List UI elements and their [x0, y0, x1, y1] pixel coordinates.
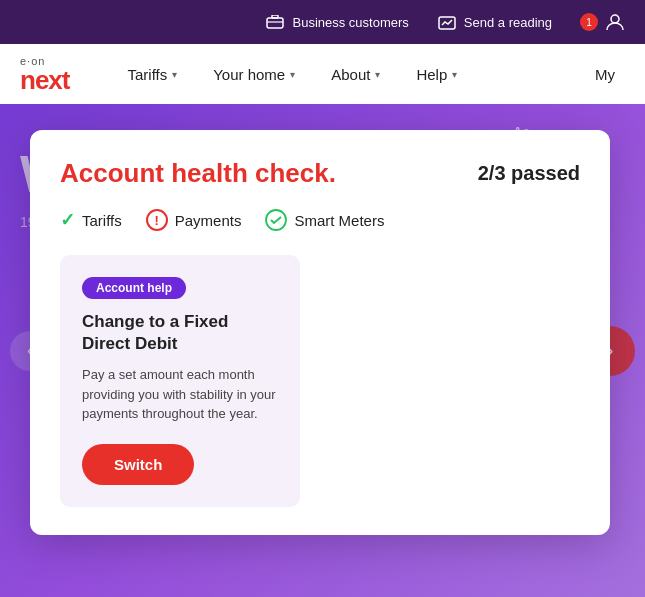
check-item-payments: ! Payments	[146, 209, 242, 231]
check-label-tariffs: Tariffs	[82, 212, 122, 229]
switch-button[interactable]: Switch	[82, 444, 194, 485]
card-description: Pay a set amount each month providing yo…	[82, 365, 278, 424]
business-customers-link[interactable]: Business customers	[265, 12, 408, 32]
nav-items: Tariffs ▾ Your home ▾ About ▾ Help ▾	[109, 44, 585, 104]
nav-item-about[interactable]: About ▾	[313, 44, 398, 104]
notification-item[interactable]: 1	[580, 12, 625, 32]
notification-badge: 1	[580, 13, 598, 31]
logo-next: next	[20, 67, 69, 93]
chevron-down-icon: ▾	[290, 69, 295, 80]
chevron-down-icon: ▾	[452, 69, 457, 80]
checkmark-circle-icon	[265, 209, 287, 231]
top-bar: Business customers Send a reading 1	[0, 0, 645, 44]
modal-title: Account health check.	[60, 158, 336, 189]
profile-icon	[605, 12, 625, 32]
nav-item-my[interactable]: My	[585, 66, 625, 83]
briefcase-icon	[265, 12, 285, 32]
nav-item-your-home[interactable]: Your home ▾	[195, 44, 313, 104]
business-customers-label: Business customers	[292, 15, 408, 30]
modal-score: 2/3 passed	[478, 158, 580, 185]
logo[interactable]: e·on next	[20, 56, 69, 93]
checkmark-icon: ✓	[60, 209, 75, 231]
check-label-smart-meters: Smart Meters	[294, 212, 384, 229]
check-item-smart-meters: Smart Meters	[265, 209, 384, 231]
send-reading-link[interactable]: Send a reading	[437, 12, 552, 32]
chevron-down-icon: ▾	[375, 69, 380, 80]
meter-icon	[437, 12, 457, 32]
nav-item-help[interactable]: Help ▾	[398, 44, 475, 104]
svg-point-4	[611, 15, 619, 23]
check-label-payments: Payments	[175, 212, 242, 229]
check-item-tariffs: ✓ Tariffs	[60, 209, 122, 231]
chevron-down-icon: ▾	[172, 69, 177, 80]
account-health-check-modal: Account health check. 2/3 passed ✓ Tarif…	[30, 130, 610, 535]
nav-bar: e·on next Tariffs ▾ Your home ▾ About ▾ …	[0, 44, 645, 104]
send-reading-label: Send a reading	[464, 15, 552, 30]
account-help-badge: Account help	[82, 277, 186, 299]
svg-rect-1	[267, 18, 283, 28]
account-help-card: Account help Change to a Fixed Direct De…	[60, 255, 300, 507]
modal-header: Account health check. 2/3 passed	[60, 158, 580, 189]
modal-checks: ✓ Tariffs ! Payments Smart Meters	[60, 209, 580, 231]
nav-item-tariffs[interactable]: Tariffs ▾	[109, 44, 195, 104]
warning-icon: !	[146, 209, 168, 231]
card-title: Change to a Fixed Direct Debit	[82, 311, 278, 355]
